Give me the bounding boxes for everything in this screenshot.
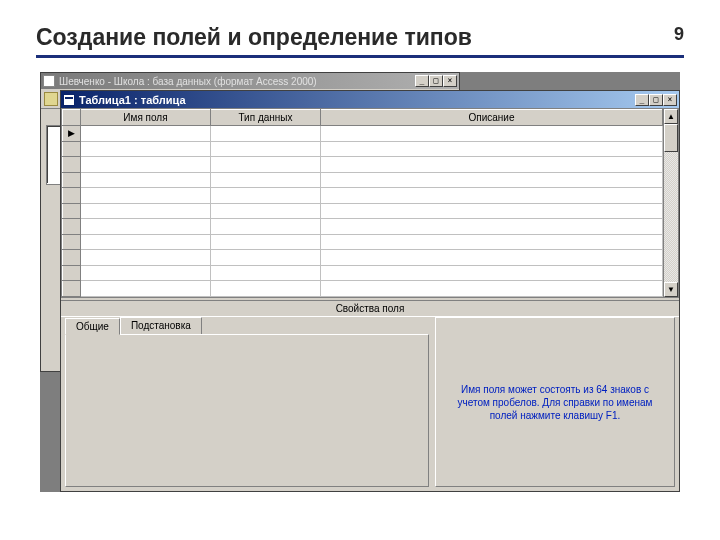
table-row[interactable] [63, 265, 663, 281]
tab-lookup[interactable]: Подстановка [120, 317, 202, 334]
table-close-button[interactable]: × [663, 94, 677, 106]
column-header-field-name[interactable]: Имя поля [81, 110, 211, 126]
field-properties-pane: Свойства поля Общие Подстановка Имя поля… [61, 300, 679, 491]
table-maximize-button[interactable]: □ [649, 94, 663, 106]
table-window-title: Таблица1 : таблица [79, 94, 186, 106]
scroll-up-button[interactable]: ▲ [664, 109, 678, 124]
db-close-button[interactable]: × [443, 75, 457, 87]
help-text: Имя поля может состоять из 64 знаков с у… [446, 383, 664, 422]
table-row[interactable] [63, 219, 663, 235]
current-row-marker[interactable]: ▶ [63, 126, 81, 142]
design-grid: Имя поля Тип данных Описание ▶ [61, 108, 679, 298]
slide-number: 9 [674, 24, 684, 45]
scroll-thumb[interactable] [664, 124, 678, 152]
properties-header: Свойства поля [61, 301, 679, 317]
slide-title: Создание полей и определение типов [36, 24, 472, 51]
help-panel: Имя поля может состоять из 64 знаков с у… [435, 317, 675, 487]
slide-header: Создание полей и определение типов 9 [36, 24, 684, 58]
tab-panel-general[interactable] [65, 334, 429, 487]
fields-table[interactable]: Имя поля Тип данных Описание ▶ [62, 109, 663, 297]
db-window-title: Шевченко - Школа : база данных (формат A… [59, 76, 317, 87]
table-row[interactable] [63, 203, 663, 219]
table-row[interactable] [63, 281, 663, 297]
screenshot-area: Шевченко - Школа : база данных (формат A… [40, 72, 680, 492]
row-selector-header [63, 110, 81, 126]
tab-general[interactable]: Общие [65, 318, 120, 335]
table-row[interactable] [63, 234, 663, 250]
cell-description[interactable] [321, 126, 663, 142]
table-design-window: Таблица1 : таблица _ □ × Имя поля Тип да… [60, 90, 680, 492]
column-header-description[interactable]: Описание [321, 110, 663, 126]
column-header-data-type[interactable]: Тип данных [211, 110, 321, 126]
cell-data-type[interactable] [211, 126, 321, 142]
table-titlebar[interactable]: Таблица1 : таблица _ □ × [61, 91, 679, 108]
table-row[interactable] [63, 172, 663, 188]
table-row[interactable]: ▶ [63, 126, 663, 142]
properties-tabs-container: Общие Подстановка [65, 317, 429, 487]
scroll-track[interactable] [664, 152, 678, 282]
vertical-scrollbar[interactable]: ▲ ▼ [663, 109, 678, 297]
db-icon [43, 75, 55, 87]
table-row[interactable] [63, 141, 663, 157]
db-maximize-button[interactable]: □ [429, 75, 443, 87]
db-minimize-button[interactable]: _ [415, 75, 429, 87]
table-row[interactable] [63, 188, 663, 204]
cell-field-name[interactable] [81, 126, 211, 142]
table-minimize-button[interactable]: _ [635, 94, 649, 106]
table-row[interactable] [63, 157, 663, 173]
db-titlebar[interactable]: Шевченко - Школа : база данных (формат A… [41, 73, 459, 89]
scroll-down-button[interactable]: ▼ [664, 282, 678, 297]
toolbar-icon[interactable] [44, 92, 58, 106]
table-icon [63, 94, 75, 106]
table-row[interactable] [63, 250, 663, 266]
